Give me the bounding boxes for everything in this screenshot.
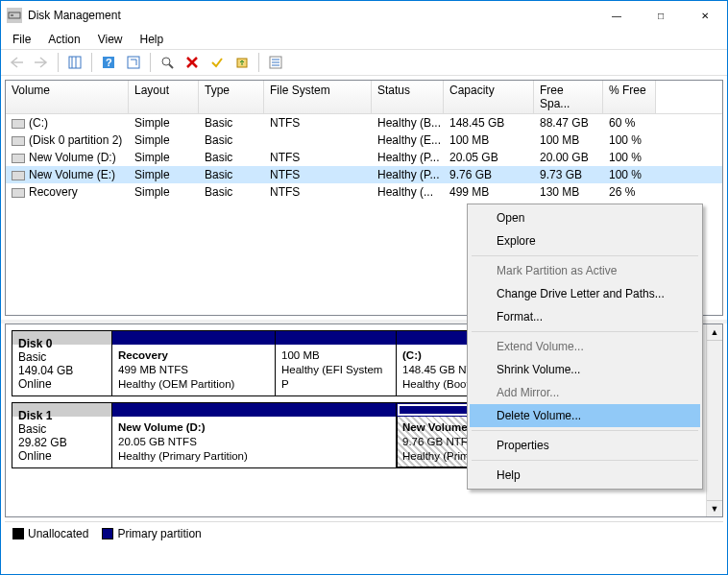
properties-button[interactable] [264,51,287,74]
volume-icon [12,154,25,163]
delete-button[interactable] [181,51,204,74]
volume-icon [12,119,25,129]
table-row[interactable]: (Disk 0 partition 2)SimpleBasicHealthy (… [6,132,722,149]
svg-rect-0 [9,12,20,18]
table-row[interactable]: New Volume (E:)SimpleBasicNTFSHealthy (P… [6,166,722,183]
menu-file[interactable]: File [5,31,38,48]
context-menu: Open Explore Mark Partition as Active Ch… [467,204,703,490]
svg-point-8 [162,58,170,65]
col-layout[interactable]: Layout [129,81,199,113]
cm-mark-active: Mark Partition as Active [470,259,700,282]
col-capacity[interactable]: Capacity [444,81,534,113]
primary-swatch [102,528,113,539]
rescan-button[interactable] [156,51,179,74]
table-row[interactable]: RecoverySimpleBasicNTFSHealthy (...499 M… [6,183,722,201]
check-button[interactable] [206,51,229,74]
cm-shrink[interactable]: Shrink Volume... [470,358,700,381]
cm-change-letter[interactable]: Change Drive Letter and Paths... [470,282,700,305]
toolbar: ? [1,49,727,76]
menu-help[interactable]: Help [133,31,172,48]
partition[interactable]: Recovery499 MB NTFSHealthy (OEM Partitio… [112,331,276,395]
scrollbar[interactable]: ▲ ▼ [706,324,722,516]
scroll-down-icon[interactable]: ▼ [707,500,722,516]
cm-explore[interactable]: Explore [470,229,700,252]
menu-action[interactable]: Action [40,31,87,48]
menu-view[interactable]: View [90,31,131,48]
close-button[interactable]: ✕ [683,1,727,30]
cm-help[interactable]: Help [470,464,700,487]
col-free[interactable]: Free Spa... [534,81,603,113]
col-pctfree[interactable]: % Free [603,81,656,113]
col-status[interactable]: Status [372,81,444,113]
scroll-up-icon[interactable]: ▲ [707,324,722,341]
settings-button[interactable] [63,51,86,74]
cm-properties[interactable]: Properties [470,434,700,457]
legend: Unallocated Primary partition [5,521,723,544]
refresh-button[interactable] [122,51,145,74]
col-filesystem[interactable]: File System [264,81,372,113]
maximize-button[interactable]: □ [639,1,683,30]
svg-rect-7 [128,57,139,68]
svg-rect-2 [69,57,81,68]
cm-add-mirror: Add Mirror... [470,381,700,404]
disk-info[interactable]: Disk 1Basic29.82 GBOnline [12,403,112,467]
col-type[interactable]: Type [199,81,264,113]
unallocated-swatch [12,528,24,539]
volume-icon [12,171,25,180]
svg-rect-1 [11,14,13,16]
menubar: File Action View Help [1,30,727,49]
up-button[interactable] [231,51,254,74]
svg-line-9 [169,64,173,68]
window-title: Disk Management [28,9,595,22]
back-button[interactable] [5,51,28,74]
help-icon-button[interactable]: ? [97,51,120,74]
minimize-button[interactable]: — [595,1,639,30]
forward-button[interactable] [30,51,53,74]
partition[interactable]: 100 MBHealthy (EFI System P [276,331,397,395]
app-icon [7,8,22,23]
legend-unallocated: Unallocated [28,527,88,540]
col-volume[interactable]: Volume [6,81,129,113]
volume-icon [12,188,25,198]
cm-delete-volume[interactable]: Delete Volume... [470,404,700,427]
titlebar: Disk Management — □ ✕ [1,1,727,30]
legend-primary: Primary partition [117,527,201,540]
volume-icon [12,136,25,146]
volume-list-header: Volume Layout Type File System Status Ca… [6,81,722,114]
cm-open[interactable]: Open [470,206,700,229]
table-row[interactable]: New Volume (D:)SimpleBasicNTFSHealthy (P… [6,149,722,166]
table-row[interactable]: (C:)SimpleBasicNTFSHealthy (B...148.45 G… [6,114,722,132]
svg-text:?: ? [106,57,112,68]
disk-info[interactable]: Disk 0Basic149.04 GBOnline [12,331,112,395]
cm-format[interactable]: Format... [470,305,700,328]
cm-extend: Extend Volume... [470,335,700,358]
partition[interactable]: New Volume (D:)20.05 GB NTFSHealthy (Pri… [112,403,397,467]
